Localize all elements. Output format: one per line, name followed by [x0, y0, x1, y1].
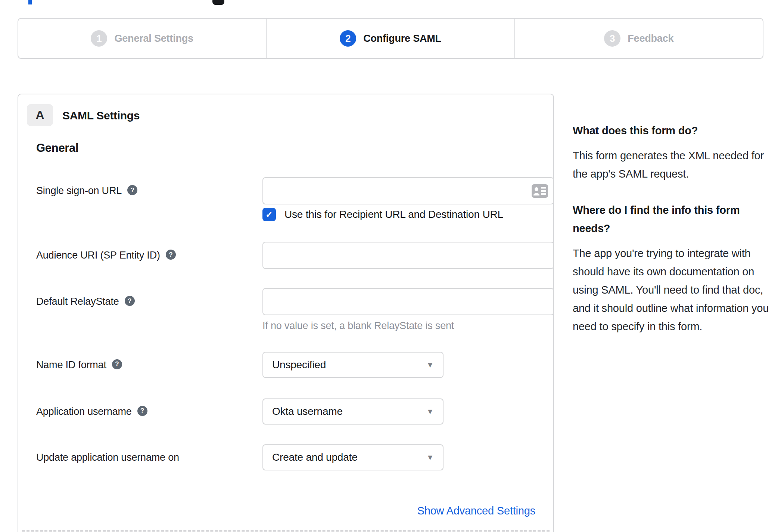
field-label-text: Audience URI (SP Entity ID) [36, 250, 160, 261]
step-label: Feedback [628, 33, 673, 44]
single-sign-on-url-input[interactable] [262, 177, 554, 204]
section-dashed-divider [22, 530, 550, 532]
step-feedback[interactable]: 3 Feedback [514, 19, 763, 58]
step-number-badge: 1 [91, 30, 107, 47]
application-username-select[interactable]: Okta username ▼ [262, 398, 444, 425]
field-label-text: Update application username on [36, 452, 179, 463]
chevron-down-icon: ▼ [426, 407, 434, 416]
help-heading-what: What does this form do? [573, 122, 772, 140]
help-body-where: The app you're trying to integrate with … [573, 244, 772, 336]
update-application-username-select[interactable]: Create and update ▼ [262, 444, 444, 470]
select-value: Unspecified [272, 359, 326, 371]
wizard-stepper: 1 General Settings 2 Configure SAML 3 Fe… [18, 18, 763, 59]
field-label-text: Application username [36, 406, 132, 417]
show-advanced-settings-link[interactable]: Show Advanced Settings [417, 505, 535, 517]
advanced-settings-row: Show Advanced Settings [417, 505, 535, 517]
select-value: Okta username [272, 406, 343, 417]
checkbox-checked-icon[interactable]: ✓ [262, 208, 276, 221]
field-control: Unspecified ▼ [262, 352, 444, 378]
field-control: ✓ Use this for Recipient URL and Destina… [262, 177, 554, 221]
input-wrapper [262, 177, 554, 204]
general-group-heading: General [36, 141, 78, 155]
step-label: General Settings [114, 33, 193, 44]
step-number-badge: 3 [604, 30, 620, 47]
field-label: Default RelayState ? [36, 288, 135, 315]
section-title: SAML Settings [62, 109, 140, 122]
name-id-format-select[interactable]: Unspecified ▼ [262, 352, 444, 378]
field-label: Update application username on [36, 444, 179, 470]
help-icon[interactable]: ? [112, 359, 122, 369]
field-control: Create and update ▼ [262, 444, 444, 470]
field-label: Single sign-on URL ? [36, 177, 137, 204]
field-label-text: Single sign-on URL [36, 185, 122, 197]
field-label-text: Default RelayState [36, 296, 119, 307]
default-relaystate-input[interactable] [262, 288, 554, 315]
cropped-blue-fragment [28, 0, 32, 4]
help-icon[interactable]: ? [137, 406, 147, 416]
field-label: Name ID format ? [36, 352, 122, 378]
help-sidebar: What does this form do? This form genera… [573, 122, 772, 354]
field-label-text: Name ID format [36, 359, 106, 371]
help-icon[interactable]: ? [127, 185, 137, 195]
help-body-what: This form generates the XML needed for t… [573, 147, 772, 183]
field-control: Okta username ▼ [262, 398, 444, 425]
field-control [262, 242, 554, 269]
step-general-settings[interactable]: 1 General Settings [18, 19, 266, 58]
audience-uri-input[interactable] [262, 242, 554, 269]
chevron-down-icon: ▼ [426, 361, 434, 369]
recipient-destination-checkbox-row[interactable]: ✓ Use this for Recipient URL and Destina… [262, 208, 554, 221]
relaystate-hint-text: If no value is set, a blank RelayState i… [262, 320, 554, 332]
checkbox-label: Use this for Recipient URL and Destinati… [284, 209, 503, 220]
saml-settings-card: A SAML Settings General Single sign-on U… [18, 94, 554, 532]
select-value: Create and update [272, 451, 358, 463]
section-a-badge: A [27, 104, 53, 126]
contact-card-autofill-icon[interactable] [532, 184, 548, 198]
chevron-down-icon: ▼ [426, 453, 434, 462]
cropped-dark-icon-fragment [212, 0, 224, 5]
help-icon[interactable]: ? [166, 250, 176, 260]
help-heading-where: Where do I find the info this form needs… [573, 201, 772, 238]
step-number-badge: 2 [340, 30, 356, 47]
help-icon[interactable]: ? [125, 296, 135, 306]
field-label: Audience URI (SP Entity ID) ? [36, 242, 176, 269]
step-configure-saml[interactable]: 2 Configure SAML [266, 19, 514, 58]
step-label: Configure SAML [363, 33, 441, 44]
field-label: Application username ? [36, 398, 147, 425]
field-control: If no value is set, a blank RelayState i… [262, 288, 554, 332]
